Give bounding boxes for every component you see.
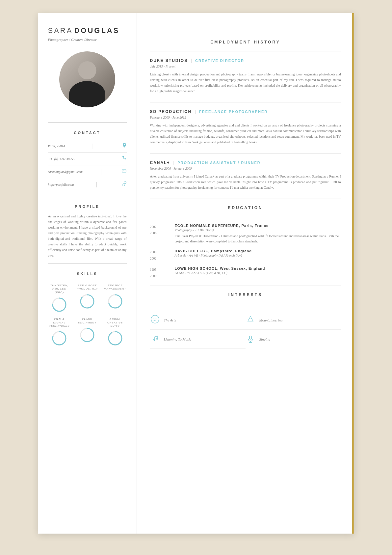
skills-section-title: SKILLS	[48, 272, 127, 276]
skill-item: PROJECT MANAGEMENT	[104, 284, 127, 313]
profile-photo	[59, 51, 115, 107]
skill-label: FLASH EQUIPMENT	[76, 318, 99, 324]
interest-name: Singing	[259, 337, 271, 341]
edu-school: DAVIS COLLEGE, Hampshire, England	[175, 249, 341, 253]
edu-school: LOWE HIGH SCHOOL, West Sussex, England	[175, 266, 341, 270]
skill-item: FILM & DIGITAL TECHNIQUES	[48, 318, 71, 346]
right-column: EMPLOYMENT HISTORY DUKE STUDIOS | CREATI…	[137, 13, 354, 534]
employer-sep: |	[191, 58, 192, 63]
skill-circle	[107, 293, 123, 309]
job-description: Liaising closely with internal design, p…	[150, 71, 341, 94]
skill-circle	[79, 293, 95, 309]
education-list: 2002 2006 ÉCOLE NORMALE SUPERIEURE, Pari…	[150, 224, 341, 279]
profile-text: As an organised and highly creative indi…	[48, 213, 127, 258]
employer-line: CANAL+ | PRODUCTION ASSISTANT / RUNNER	[150, 160, 341, 165]
contact-sep-1: |	[91, 143, 92, 149]
contact-email: saradouglas4@gmail.com |	[48, 165, 127, 178]
skill-circle	[107, 330, 123, 346]
contact-phone-text: +33 (0) 3097 38955	[48, 157, 75, 161]
job-title: CREATIVE DIRECTOR	[195, 59, 244, 63]
job-dates: November 2006 - January 2009	[150, 167, 341, 170]
job-title: FREELANCE PHOTOGRAPHER	[199, 110, 268, 114]
location-icon	[122, 143, 127, 149]
left-column: SARA DOUGLAS Photographer / Creative Dir…	[38, 13, 137, 534]
profile-section-title: PROFILE	[48, 205, 127, 208]
job-divider	[150, 102, 341, 102]
edu-year-start: 2002	[150, 224, 170, 230]
employer-name: SD PRODUCTION	[150, 109, 192, 114]
svg-point-13	[151, 315, 159, 323]
edu-year-end: 2006	[150, 230, 170, 236]
skill-item: PRE & POST PRODUCTION	[76, 284, 99, 313]
interest-item: Singing	[246, 330, 341, 349]
interest-icon	[246, 334, 255, 345]
photo-placeholder	[59, 51, 115, 107]
edu-years: 2000 2002	[150, 249, 170, 262]
interest-name: The Arts	[164, 318, 176, 322]
last-name: DOUGLAS	[74, 26, 119, 35]
employer-sep: |	[195, 109, 196, 114]
contact-website-text: http://portfolio.com	[48, 183, 74, 186]
employer-name: CANAL+	[150, 160, 170, 165]
skill-item: FLASH EQUIPMENT	[76, 318, 99, 346]
job-dates: February 2009 - June 2012	[150, 116, 341, 119]
edu-divider-top	[150, 199, 341, 199]
employer-name: DUKE STUDIOS	[150, 58, 188, 63]
employment-title: EMPLOYMENT HISTORY	[150, 40, 341, 44]
title-divider	[150, 51, 341, 51]
contact-sep-2: |	[96, 156, 97, 162]
full-name: SARA DOUGLAS	[48, 26, 127, 35]
edu-year-start: 1995	[150, 266, 170, 273]
edu-content: LOWE HIGH SCHOOL, West Sussex, England G…	[175, 266, 341, 279]
name-section: SARA DOUGLAS	[48, 26, 127, 35]
education-row: 2000 2002 DAVIS COLLEGE, Hampshire, Engl…	[150, 249, 341, 262]
skill-label: ADOBE CREATIVE SUITE	[104, 318, 127, 328]
interest-item: Listening To Music	[150, 330, 246, 349]
interest-name: Listening To Music	[164, 337, 192, 341]
interest-item: Mountaineering	[246, 311, 341, 330]
skill-item: TUNGSTEN, HMI, LED (PRO)	[48, 284, 71, 313]
contact-section-title: CONTACT	[48, 131, 127, 135]
interest-item: The Arts	[150, 311, 246, 330]
first-name: SARA	[48, 26, 73, 35]
interests-title: INTERESTS	[150, 292, 341, 297]
education-row: 2002 2006 ÉCOLE NORMALE SUPERIEURE, Pari…	[150, 224, 341, 244]
skill-circle	[51, 330, 67, 346]
edu-degree: Photography - 2:1 BA (Hons)	[175, 228, 341, 232]
edu-school: ÉCOLE NORMALE SUPERIEURE, Paris, France	[175, 224, 341, 228]
link-icon	[122, 181, 127, 187]
contact-sep-4: |	[96, 181, 97, 187]
interest-name: Mountaineering	[259, 318, 283, 322]
edu-year-end: 2000	[150, 273, 170, 279]
contact-section: Paris, 75014 | +33 (0) 3097 38955 | sara…	[48, 140, 127, 191]
employment-item: DUKE STUDIOS | CREATIVE DIRECTOR July 20…	[150, 58, 341, 94]
divider-3	[48, 263, 127, 264]
employment-item: SD PRODUCTION | FREELANCE PHOTOGRAPHER F…	[150, 109, 341, 145]
job-subtitle: Photographer / Creative Director	[48, 38, 127, 42]
job-dates: July 2013 - Present	[150, 65, 341, 68]
edu-year-start: 2000	[150, 249, 170, 255]
job-description: Working with independent designers, adve…	[150, 123, 341, 145]
edu-degree: GCSEs - 9 GCSEs A-C (4 As, 4 Bs, 1 C)	[175, 271, 341, 275]
edu-content: ÉCOLE NORMALE SUPERIEURE, Paris, France …	[175, 224, 341, 244]
skill-circle	[51, 297, 67, 313]
skill-label: FILM & DIGITAL TECHNIQUES	[48, 318, 71, 328]
employment-item: CANAL+ | PRODUCTION ASSISTANT / RUNNER N…	[150, 160, 341, 190]
edu-years: 2002 2006	[150, 224, 170, 244]
edu-divider-bottom	[150, 217, 341, 217]
employer-line: DUKE STUDIOS | CREATIVE DIRECTOR	[150, 58, 341, 63]
phone-icon	[122, 156, 127, 162]
education-title: EDUCATION	[150, 206, 341, 210]
svg-point-12	[109, 332, 122, 345]
email-icon	[122, 169, 126, 175]
job-description: After graduating from university I joine…	[150, 174, 341, 190]
resume-container: SARA DOUGLAS Photographer / Creative Dir…	[38, 13, 354, 534]
edu-content: DAVIS COLLEGE, Hampshire, England A-Leve…	[175, 249, 341, 262]
skill-label: TUNGSTEN, HMI, LED (PRO)	[48, 284, 71, 294]
interests-divider-bottom	[150, 304, 341, 304]
gold-accent-bar	[352, 13, 354, 534]
interest-icon	[246, 315, 255, 325]
skill-circle	[79, 327, 95, 343]
interests-divider-top	[150, 286, 341, 286]
contact-address-text: Paris, 75014	[48, 144, 65, 148]
